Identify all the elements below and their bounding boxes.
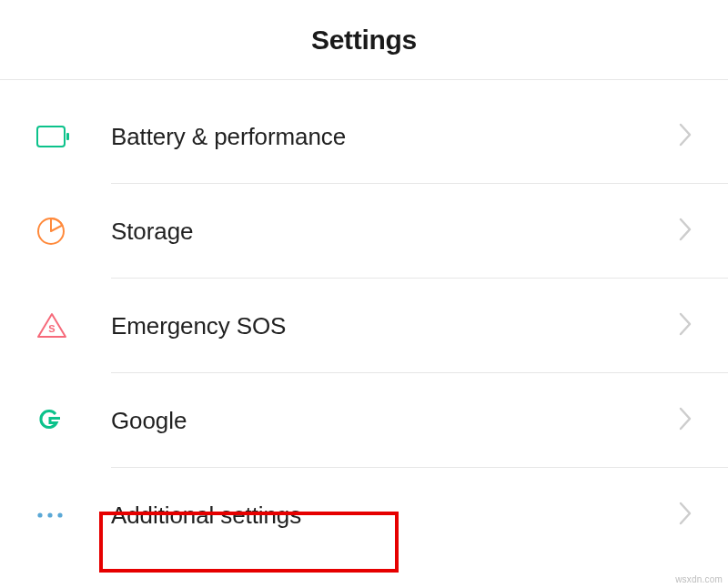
chevron-right-icon	[679, 407, 692, 434]
svg-point-4	[37, 512, 42, 517]
chevron-right-icon	[679, 312, 692, 340]
settings-row-emergency[interactable]: S Emergency SOS	[0, 279, 728, 373]
google-icon	[36, 407, 111, 434]
svg-text:S: S	[48, 323, 55, 334]
settings-row-additional[interactable]: Additional settings	[0, 468, 728, 563]
chevron-right-icon	[679, 218, 692, 245]
settings-row-label: Emergency SOS	[111, 312, 679, 340]
chevron-right-icon	[679, 502, 692, 529]
svg-rect-1	[66, 133, 69, 140]
svg-rect-0	[37, 127, 65, 147]
chevron-right-icon	[679, 123, 692, 150]
header: Settings	[0, 0, 728, 80]
battery-icon	[36, 126, 111, 147]
settings-row-label: Battery & performance	[111, 123, 679, 151]
settings-row-google[interactable]: Google	[0, 373, 728, 468]
svg-point-5	[47, 512, 52, 517]
svg-point-6	[57, 512, 62, 517]
more-icon	[36, 512, 111, 519]
settings-row-label: Storage	[111, 218, 679, 246]
settings-row-label: Google	[111, 407, 679, 435]
settings-row-battery[interactable]: Battery & performance	[0, 89, 728, 184]
emergency-icon: S	[36, 312, 111, 340]
storage-icon	[36, 217, 111, 246]
watermark: wsxdn.com	[675, 574, 723, 584]
settings-list: Battery & performance Storage S Emergenc…	[0, 80, 728, 563]
settings-row-label: Additional settings	[111, 502, 679, 530]
page-title: Settings	[311, 25, 417, 56]
settings-row-storage[interactable]: Storage	[0, 184, 728, 279]
